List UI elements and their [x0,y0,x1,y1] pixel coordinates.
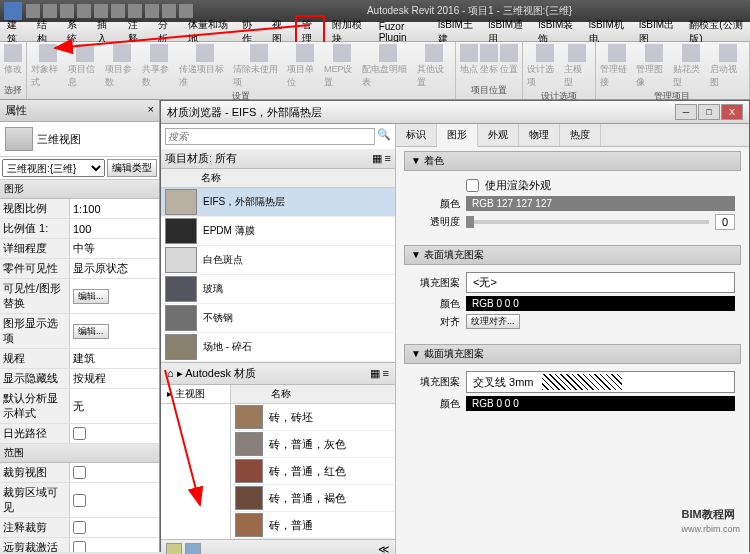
ribbon-group-label: 管理项目 [654,90,690,103]
use-render-label: 使用渲染外观 [485,178,551,193]
ribbon-group-label: 项目位置 [471,84,507,97]
material-item[interactable]: 玻璃 [161,275,395,304]
use-render-checkbox[interactable] [466,179,479,192]
cut-color[interactable]: RGB 0 0 0 [466,396,735,411]
ribbon-button[interactable]: 项目单位 [287,44,322,89]
properties-title: 属性 [5,103,27,118]
pattern-swatch [542,374,622,390]
ribbon: 修改选择对象样式项目信息项目参数共享参数传递项目标准清除未使用项项目单位MEP设… [0,42,750,100]
expand-icon[interactable]: ≪ [378,543,390,554]
library-item[interactable]: 砖，普通 [231,512,395,539]
library-item[interactable]: 砖，普通，褐色 [231,485,395,512]
ribbon-button[interactable]: 共享参数 [142,44,177,89]
material-item[interactable]: 白色斑点 [161,246,395,275]
property-row[interactable]: 图形显示选项编辑... [0,314,159,349]
ribbon-button[interactable]: 对象样式 [31,44,66,89]
property-grid: 图形视图比例1:100比例值 1:100详细程度中等零件可见性显示原状态可见性/… [0,180,159,552]
surface-pattern-header[interactable]: ▼ 表面填充图案 [404,245,741,265]
type-icon [5,127,33,151]
cut-pattern[interactable]: 交叉线 3mm [466,371,735,393]
ribbon-button[interactable]: 配电盘明细表 [362,44,414,89]
property-row[interactable]: 裁剪视图 [0,463,159,483]
material-tab[interactable]: 热度 [560,124,601,146]
library-item[interactable]: 砖，砖坯 [231,404,395,431]
color-label: 颜色 [410,297,460,311]
material-tab[interactable]: 外观 [478,124,519,146]
view-icon[interactable]: ▦ [372,152,382,164]
material-item[interactable]: EPDM 薄膜 [161,217,395,246]
pattern-label: 填充图案 [410,375,460,389]
ribbon-button[interactable]: 设计选项 [527,44,562,89]
home-icon[interactable]: ⌂ [167,367,174,379]
properties-panel: 属性× 三维视图 三维视图:{三维} 编辑类型 图形视图比例1:100比例值 1… [0,100,160,552]
list-icon[interactable]: ≡ [385,152,391,164]
ribbon-button[interactable]: 启动视图 [710,44,745,89]
property-row[interactable]: 注释裁剪 [0,518,159,538]
ribbon-button[interactable]: 坐标 [480,44,498,76]
ribbon-button[interactable]: 传递项目标准 [179,44,231,89]
close-icon[interactable]: × [148,103,154,118]
property-row[interactable]: 可见性/图形替换编辑... [0,279,159,314]
view-icon[interactable]: ▦ [370,367,380,379]
ribbon-button[interactable]: 主模型 [564,44,590,89]
library-item[interactable]: 砖，普通，灰色 [231,431,395,458]
type-selector[interactable]: 三维视图:{三维} [2,159,105,177]
property-row[interactable]: 详细程度中等 [0,239,159,259]
minimize-icon[interactable]: ─ [675,104,697,120]
material-tab[interactable]: 图形 [437,124,478,147]
search-icon[interactable]: 🔍 [377,128,391,145]
filter-label[interactable]: 项目材质: 所有 [165,151,237,166]
material-list: EIFS，外部隔热层EPDM 薄膜白色斑点玻璃不锈钢场地 - 碎石 [161,188,395,362]
ribbon-button[interactable]: 项目信息 [68,44,103,89]
texture-align-button[interactable]: 纹理对齐... [466,314,520,329]
transparency-slider[interactable] [466,220,709,224]
ribbon-button[interactable]: 贴花类型 [673,44,708,89]
property-row[interactable]: 比例值 1:100 [0,219,159,239]
library-item[interactable]: 砖，普通，红色 [231,458,395,485]
material-item[interactable]: EIFS，外部隔热层 [161,188,395,217]
ribbon-group-label: 设置 [232,90,250,103]
property-row[interactable]: 裁剪区域可见 [0,483,159,518]
ribbon-button[interactable]: 位置 [500,44,518,76]
transparency-value[interactable]: 0 [715,214,735,230]
library-tree[interactable]: ▸ 主视图 [161,385,230,404]
property-row[interactable]: 远剪裁激活 [0,538,159,552]
ribbon-button[interactable]: 管理图像 [636,44,671,89]
lib-name-header: 名称 [231,385,395,404]
surface-pattern[interactable]: <无> [466,272,735,293]
property-row[interactable]: 规程建筑 [0,349,159,369]
ribbon-button[interactable]: 清除未使用项 [233,44,285,89]
material-tab[interactable]: 物理 [519,124,560,146]
ribbon-button[interactable]: 管理链接 [600,44,635,89]
property-row[interactable]: 默认分析显示样式无 [0,389,159,424]
new-material-icon[interactable] [166,543,182,554]
list-icon[interactable]: ≡ [383,367,389,379]
ribbon-tabs: 建筑结构系统插入注释分析体量和场地协作视图管理附加模块Fuzor Plugini… [0,22,750,42]
property-category: 范围 [0,444,159,463]
lib-path[interactable]: Autodesk 材质 [185,367,256,379]
edit-type-button[interactable]: 编辑类型 [107,159,157,177]
color-value[interactable]: RGB 127 127 127 [466,196,735,211]
cut-pattern-header[interactable]: ▼ 截面填充图案 [404,344,741,364]
property-row[interactable]: 日光路径 [0,424,159,444]
ribbon-button[interactable]: MEP设置 [324,44,360,89]
property-row[interactable]: 显示隐藏线按规程 [0,369,159,389]
color-label: 颜色 [410,397,460,411]
property-row[interactable]: 零件可见性显示原状态 [0,259,159,279]
maximize-icon[interactable]: □ [698,104,720,120]
material-tab[interactable]: 标识 [396,124,437,146]
property-row[interactable]: 视图比例1:100 [0,199,159,219]
material-item[interactable]: 场地 - 碎石 [161,333,395,362]
ribbon-button[interactable]: 修改 [4,44,22,76]
ribbon-button[interactable]: 其他设置 [417,44,452,89]
library-list: 砖，砖坯砖，普通，灰色砖，普通，红色砖，普通，褐色砖，普通 [231,404,395,539]
close-icon[interactable]: X [721,104,743,120]
surface-color[interactable]: RGB 0 0 0 [466,296,735,311]
material-item[interactable]: 不锈钢 [161,304,395,333]
ribbon-button[interactable]: 地点 [460,44,478,76]
shading-header[interactable]: ▼ 着色 [404,151,741,171]
duplicate-icon[interactable] [185,543,201,554]
search-input[interactable] [165,128,375,145]
ribbon-button[interactable]: 项目参数 [105,44,140,89]
property-category: 图形 [0,180,159,199]
